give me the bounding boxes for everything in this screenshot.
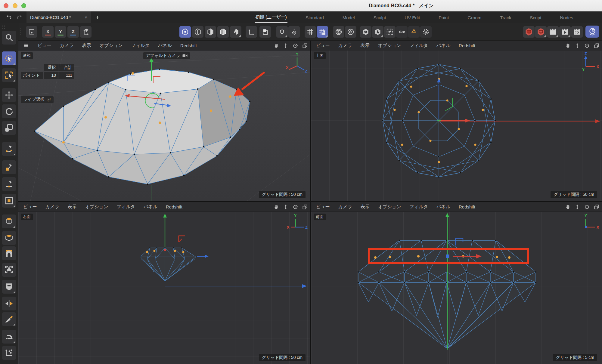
menu-redshift[interactable]: Redshift bbox=[459, 43, 475, 48]
view-filter-button[interactable] bbox=[396, 26, 408, 38]
layout-tab-script[interactable]: Script bbox=[529, 12, 542, 22]
maximize-view-icon[interactable] bbox=[302, 204, 308, 210]
maximize-view-icon[interactable] bbox=[302, 43, 308, 49]
viewport-front-canvas[interactable]: 前面 Y X グリッド間隔 : 5 cm bbox=[311, 212, 602, 364]
close-tab-button[interactable]: × bbox=[85, 15, 87, 20]
points-mode-button[interactable] bbox=[179, 26, 191, 38]
enable-axis-button[interactable] bbox=[246, 26, 257, 38]
layout-tab-groom[interactable]: Groom bbox=[467, 12, 482, 22]
zoom-view-icon[interactable] bbox=[283, 43, 289, 49]
rotate-view-icon[interactable] bbox=[292, 204, 298, 210]
lock-x-axis-button[interactable]: X bbox=[42, 26, 54, 38]
zoom-view-icon[interactable] bbox=[574, 43, 580, 49]
edit-render-settings-button[interactable] bbox=[547, 26, 559, 38]
menu-options[interactable]: オプション bbox=[378, 43, 401, 48]
iron-tool[interactable] bbox=[2, 330, 16, 344]
layout-tab-paint[interactable]: Paint bbox=[438, 12, 449, 22]
menu-camera[interactable]: カメラ bbox=[60, 43, 74, 48]
annotation-button[interactable] bbox=[372, 26, 383, 38]
pan-hand-icon[interactable] bbox=[273, 204, 279, 210]
quantize-grid-button[interactable] bbox=[317, 26, 328, 38]
bridge-tool[interactable] bbox=[2, 246, 16, 260]
knife-tool[interactable] bbox=[2, 312, 16, 326]
layout-tab-uvedit[interactable]: UV Edit bbox=[404, 12, 420, 22]
active-point-handle[interactable] bbox=[446, 254, 449, 258]
menu-redshift[interactable]: Redshift bbox=[166, 204, 182, 209]
move-tool[interactable] bbox=[2, 88, 16, 102]
layout-tab-track[interactable]: Track bbox=[499, 12, 512, 22]
menu-display[interactable]: 表示 bbox=[361, 43, 370, 48]
menu-view[interactable]: ビュー bbox=[316, 43, 330, 48]
sketch-spline-tool[interactable] bbox=[2, 160, 16, 174]
object-mode-button[interactable] bbox=[230, 26, 241, 38]
layout-tab-startup[interactable]: 初期 (ユーザー) bbox=[255, 12, 287, 23]
menu-filter[interactable]: フィルタ bbox=[410, 204, 428, 210]
viewport-top-canvas[interactable]: 上面 Z X Y グリッド間隔 : 50 cm bbox=[311, 51, 602, 201]
viewport-perspective-canvas[interactable]: 透視 デフォルトカメラ 選択合計 ポイント10111 ライブ選択 Y X Z bbox=[18, 51, 310, 201]
rotate-view-icon[interactable] bbox=[584, 43, 590, 49]
coordinate-system-button[interactable] bbox=[80, 26, 92, 38]
menu-camera[interactable]: カメラ bbox=[45, 204, 59, 210]
new-tab-button[interactable]: + bbox=[93, 13, 102, 21]
menu-options[interactable]: オプション bbox=[100, 43, 123, 48]
scale-tool[interactable] bbox=[2, 121, 16, 135]
extrude-inner-tool[interactable] bbox=[2, 231, 16, 245]
menu-camera[interactable]: カメラ bbox=[338, 204, 352, 210]
viewport-right-canvas[interactable]: 右面 Y X Z グリッド間隔 : 50 cm bbox=[18, 212, 310, 364]
undo-button[interactable] bbox=[5, 14, 13, 21]
maximize-view-icon[interactable] bbox=[594, 204, 600, 210]
workplane-button[interactable] bbox=[259, 26, 271, 38]
zoom-window-button[interactable] bbox=[21, 3, 26, 8]
hamburger-menu-icon[interactable] bbox=[23, 42, 29, 48]
menu-filter[interactable]: フィルタ bbox=[117, 204, 135, 210]
palette-drag-handle[interactable] bbox=[2, 25, 5, 29]
rotate-view-icon[interactable] bbox=[292, 43, 298, 49]
menu-display[interactable]: 表示 bbox=[361, 204, 370, 210]
camera-label[interactable]: デフォルトカメラ bbox=[143, 52, 190, 59]
menu-display[interactable]: 表示 bbox=[68, 204, 77, 210]
close-window-button[interactable] bbox=[4, 3, 8, 8]
pan-hand-icon[interactable] bbox=[565, 43, 571, 49]
snap-toggle-button[interactable] bbox=[276, 26, 288, 38]
render-view-button[interactable] bbox=[523, 26, 535, 38]
minimize-window-button[interactable] bbox=[13, 3, 17, 8]
snap-settings-button[interactable] bbox=[288, 26, 300, 38]
weld-tool[interactable] bbox=[2, 280, 16, 294]
menu-panel[interactable]: パネル bbox=[436, 204, 450, 210]
redo-button[interactable] bbox=[16, 14, 23, 21]
lock-y-axis-button[interactable]: Y bbox=[55, 26, 66, 38]
menu-view[interactable]: ビュー bbox=[316, 204, 330, 210]
layout-tab-nodes[interactable]: Nodes bbox=[560, 12, 574, 22]
menu-options[interactable]: オプション bbox=[378, 204, 401, 210]
model-mode-button[interactable] bbox=[217, 26, 229, 38]
zoom-view-icon[interactable] bbox=[283, 204, 289, 210]
live-selection-tool[interactable] bbox=[2, 51, 16, 65]
menu-panel[interactable]: パネル bbox=[436, 43, 450, 48]
edges-mode-button[interactable] bbox=[192, 26, 203, 38]
render-picture-viewer-button[interactable] bbox=[535, 26, 547, 38]
menu-view[interactable]: ビュー bbox=[38, 43, 51, 48]
interactive-render-region-button[interactable] bbox=[408, 26, 420, 38]
zoom-view-icon[interactable] bbox=[574, 204, 580, 210]
search-commands-button[interactable] bbox=[2, 31, 16, 45]
rotate-view-icon[interactable] bbox=[584, 204, 590, 210]
set-point-value-tool[interactable] bbox=[2, 346, 16, 360]
menu-camera[interactable]: カメラ bbox=[338, 43, 352, 48]
polygons-mode-button[interactable] bbox=[205, 26, 216, 38]
lock-z-axis-button[interactable]: Z bbox=[67, 26, 79, 38]
rectangle-selection-tool[interactable] bbox=[2, 68, 16, 82]
pan-hand-icon[interactable] bbox=[565, 204, 571, 210]
document-tab[interactable]: Diamond-BCG.c4d * × bbox=[26, 11, 91, 23]
layout-tab-standard[interactable]: Standard bbox=[305, 12, 324, 22]
select-hidden-button[interactable] bbox=[384, 26, 396, 38]
maximize-view-icon[interactable] bbox=[594, 43, 600, 49]
options-gear-button[interactable] bbox=[420, 26, 432, 38]
menu-panel[interactable]: パネル bbox=[158, 43, 172, 48]
render-queue-button[interactable] bbox=[559, 26, 571, 38]
tweak-frame-tool[interactable] bbox=[2, 194, 16, 208]
soft-selection-tool[interactable] bbox=[2, 263, 16, 277]
layout-tab-model[interactable]: Model bbox=[342, 12, 355, 22]
capture-button[interactable] bbox=[585, 26, 599, 38]
menu-panel[interactable]: パネル bbox=[144, 204, 157, 210]
menu-redshift[interactable]: Redshift bbox=[180, 43, 197, 48]
